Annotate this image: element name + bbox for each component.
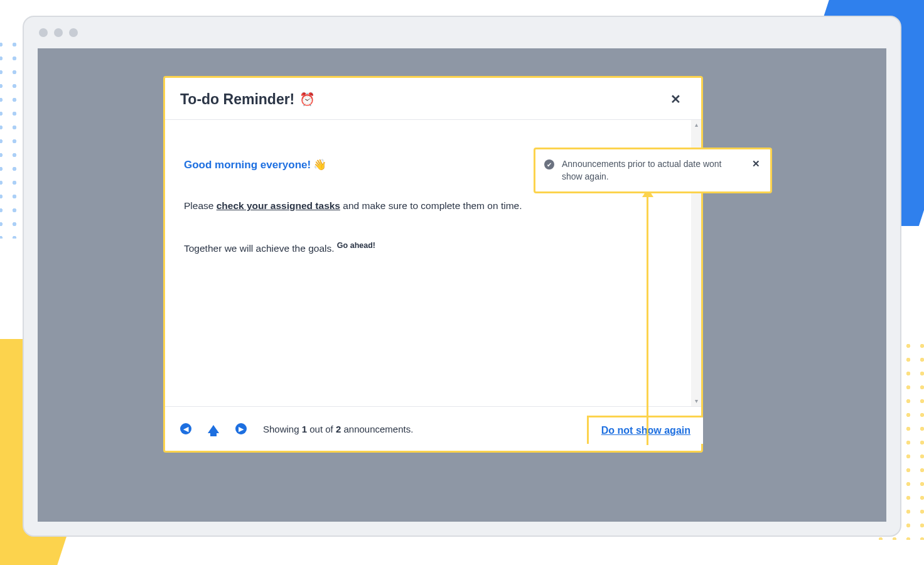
counter-current: 1 (302, 424, 307, 434)
modal-footer: ◀ ▶ Showing 1 out of 2 announcements. Do… (165, 406, 701, 451)
goals-text: Together we will achieve the goals. (184, 243, 337, 254)
scroll-down-icon[interactable]: ▾ (691, 396, 701, 406)
footer-left: ◀ ▶ Showing 1 out of 2 announcements. (180, 423, 413, 434)
check-tasks-link[interactable]: check your assigned tasks (217, 200, 340, 211)
modal-header: To-do Reminder! ⏰ ✕ (165, 78, 701, 120)
greeting-text: Good morning everyone! (184, 159, 311, 171)
browser-titlebar (24, 17, 900, 48)
callout-message: Announcements prior to actual date wont … (562, 158, 744, 183)
decor-dots-left (0, 38, 25, 239)
counter-suffix: announcements. (341, 424, 413, 434)
info-callout: ✔ Announcements prior to actual date won… (534, 148, 772, 193)
announcement-modal: To-do Reminder! ⏰ ✕ ▴ ▾ Good morning eve… (163, 76, 703, 453)
window-dot-3 (69, 28, 78, 37)
counter-prefix: Showing (263, 424, 302, 434)
tasks-text-after: and make sure to complete them on time. (340, 200, 522, 211)
goals-line: Together we will achieve the goals. Go a… (184, 239, 682, 257)
tasks-text-before: Please (184, 200, 217, 211)
callout-close-button[interactable]: ✕ (752, 158, 760, 170)
do-not-show-wrap: Do not show again (587, 416, 703, 444)
browser-frame: To-do Reminder! ⏰ ✕ ▴ ▾ Good morning eve… (23, 16, 901, 537)
window-dot-2 (54, 28, 63, 37)
arrow-right-icon: ▶ (239, 425, 244, 433)
do-not-show-again-link[interactable]: Do not show again (601, 425, 690, 436)
arrow-left-icon: ◀ (183, 425, 188, 433)
announcement-counter: Showing 1 out of 2 announcements. (263, 424, 413, 434)
app-viewport: To-do Reminder! ⏰ ✕ ▴ ▾ Good morning eve… (38, 48, 886, 522)
modal-close-button[interactable]: ✕ (665, 89, 686, 109)
home-button[interactable] (208, 425, 219, 433)
callout-arrow-line (647, 194, 648, 445)
counter-middle: out of (307, 424, 336, 434)
prev-announcement-button[interactable]: ◀ (180, 423, 191, 434)
scroll-up-icon[interactable]: ▴ (691, 120, 701, 130)
alarm-clock-icon: ⏰ (299, 92, 315, 107)
wave-icon: 👋 (313, 159, 326, 171)
goals-emphasis: Go ahead! (337, 241, 375, 250)
modal-title: To-do Reminder! (180, 91, 294, 108)
next-announcement-button[interactable]: ▶ (235, 423, 247, 434)
announcement-nav: ◀ ▶ (180, 423, 247, 434)
window-dot-1 (39, 28, 48, 37)
check-circle-icon: ✔ (544, 159, 554, 170)
tasks-instruction: Please check your assigned tasks and mak… (184, 198, 682, 214)
modal-title-wrap: To-do Reminder! ⏰ (180, 91, 315, 108)
